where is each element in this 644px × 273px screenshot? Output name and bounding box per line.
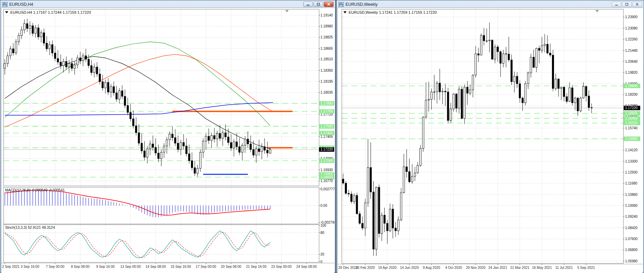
svg-text:29 Dec 2019: 29 Dec 2019 (338, 266, 358, 270)
svg-text:1.17550: 1.17550 (320, 124, 333, 128)
svg-text:1.17220: 1.17220 (625, 106, 638, 110)
svg-text:0.002777: 0.002777 (320, 187, 335, 191)
svg-text:1.11680: 1.11680 (625, 181, 637, 185)
svg-text:1.18510: 1.18510 (320, 57, 333, 61)
svg-text:24 Sep 08:00: 24 Sep 08:00 (296, 265, 317, 269)
svg-text:1.23900: 1.23900 (625, 15, 638, 19)
chart-content-weekly: 1.239001.230801.222601.214401.206401.198… (337, 8, 643, 273)
svg-text:1.18035: 1.18035 (320, 91, 333, 94)
svg-text:1.16825: 1.16825 (320, 175, 333, 179)
svg-text:20: 20 (320, 252, 325, 256)
svg-text:1.18980: 1.18980 (320, 24, 333, 28)
minimize-button[interactable] (612, 2, 621, 7)
chart-icon (338, 2, 344, 7)
svg-text:16 May 2021: 16 May 2021 (532, 266, 552, 270)
svg-text:7 Sep 00:00: 7 Sep 00:00 (46, 265, 64, 269)
restore-icon (317, 3, 320, 6)
svg-text:1.22260: 1.22260 (625, 37, 638, 41)
svg-text:9 Sep 16:00: 9 Sep 16:00 (96, 265, 115, 269)
mt4-workspace: { "app": { "left_window": { "title": "EU… (0, 0, 644, 273)
svg-text:21 Mar 2021: 21 Mar 2021 (510, 266, 530, 270)
restore-button[interactable] (314, 2, 323, 7)
svg-text:Stoch(13,3,3) 52.9121 48.3124: Stoch(13,3,3) 52.9121 48.3124 (5, 225, 55, 229)
svg-text:1.18825: 1.18825 (320, 35, 333, 39)
svg-text:17 Sep 00:00: 17 Sep 00:00 (196, 265, 216, 269)
restore-button[interactable] (622, 2, 632, 7)
chart-window-eurusd-weekly: EURUSD,Weekly 1.239001.230801.222601.214… (336, 0, 644, 273)
svg-text:1.16770: 1.16770 (320, 179, 333, 183)
svg-text:1.17220: 1.17220 (320, 147, 333, 151)
close-button[interactable] (632, 2, 642, 7)
svg-text:24 Jan 2021: 24 Jan 2021 (488, 266, 507, 270)
svg-text:15 Sep 16:00: 15 Sep 16:00 (171, 265, 191, 269)
svg-text:20 Sep 08:00: 20 Sep 08:00 (221, 265, 241, 269)
svg-text:1.18195: 1.18195 (320, 80, 333, 83)
chart-window-eurusd-h4: EURUSD,H4 1.191401.189801.188251.186651.… (0, 0, 336, 273)
svg-text:8 Sep 08:00: 8 Sep 08:00 (71, 265, 90, 269)
svg-text:4 Oct 2020: 4 Oct 2020 (445, 266, 462, 270)
minimize-button[interactable] (303, 2, 313, 7)
svg-text:1.10860: 1.10860 (625, 193, 638, 197)
svg-text:23 Sep 00:00: 23 Sep 00:00 (271, 265, 292, 269)
svg-text:1.06800: 1.06800 (625, 248, 638, 252)
svg-text:1.09240: 1.09240 (625, 215, 638, 218)
chart-icon (2, 2, 8, 7)
svg-text:0.00: 0.00 (320, 204, 327, 207)
svg-text:1.15740: 1.15740 (625, 126, 638, 130)
svg-text:1.14960: 1.14960 (625, 137, 638, 141)
svg-text:100: 100 (320, 224, 326, 227)
svg-text:1.17880: 1.17880 (320, 102, 333, 105)
svg-text:1.16930: 1.16930 (320, 168, 333, 172)
window-title-bar[interactable]: EURUSD,H4 (1, 1, 335, 8)
weekly-chart-canvas[interactable]: 1.239001.230801.222601.214401.206401.198… (338, 8, 643, 272)
chart-content-h4: 1.191401.189801.188251.186651.185101.183… (1, 8, 335, 273)
svg-text:1.16450: 1.16450 (625, 117, 638, 120)
svg-text:1.17765: 1.17765 (320, 109, 333, 113)
svg-text:29 Nov 2020: 29 Nov 2020 (466, 266, 486, 270)
chart-header: EURUSD,Weekly 1.17241 1.17259 1.17159 1.… (343, 10, 437, 14)
svg-text:19 Apr 2020: 19 Apr 2020 (378, 266, 397, 270)
svg-text:1.07600: 1.07600 (625, 237, 638, 241)
svg-text:1.17455: 1.17455 (320, 131, 333, 135)
window-title: EURUSD,Weekly (346, 2, 611, 7)
svg-text:1.14120: 1.14120 (625, 148, 638, 152)
svg-text:1.20640: 1.20640 (625, 60, 638, 63)
svg-text:2 Sep 2021: 2 Sep 2021 (2, 265, 20, 269)
svg-text:23 Feb 2020: 23 Feb 2020 (355, 266, 375, 270)
chart-header: EURUSD,H4 1.17167 1.17244 1.17159 1.1722… (5, 10, 91, 14)
svg-text:1.18840: 1.18840 (625, 84, 638, 88)
h4-chart-canvas[interactable]: 1.191401.189801.188251.186651.185101.183… (1, 8, 335, 272)
restore-icon (625, 3, 629, 6)
svg-text:80: 80 (320, 231, 325, 235)
svg-text:MACD(12,26,9) -0.000549 -0.000: MACD(12,26,9) -0.000549 -0.000541 (5, 188, 65, 192)
svg-text:11 Jul 2021: 11 Jul 2021 (555, 266, 573, 270)
svg-text:1.10060: 1.10060 (625, 204, 638, 207)
svg-text:EURUSD,Weekly 1.17241 1.1725: EURUSD,Weekly 1.17241 1.17259 1.17159 1.… (349, 10, 437, 14)
close-button[interactable] (324, 2, 334, 7)
svg-text:EURUSD,H4 1.17167 1.17244 1.: EURUSD,H4 1.17167 1.17244 1.17159 1.1722… (10, 10, 91, 14)
svg-text:1.12500: 1.12500 (625, 170, 638, 174)
svg-text:1.16825: 1.16825 (625, 111, 638, 115)
svg-text:1.19820: 1.19820 (625, 71, 638, 74)
svg-text:9 Aug 2020: 9 Aug 2020 (423, 266, 440, 270)
svg-text:3 Sep 16:00: 3 Sep 16:00 (21, 265, 39, 269)
svg-text:21 Sep 16:00: 21 Sep 16:00 (246, 265, 267, 269)
svg-text:13 Sep 00:00: 13 Sep 00:00 (120, 265, 141, 269)
svg-text:14 Sep 08:00: 14 Sep 08:00 (145, 265, 166, 269)
window-title: EURUSD,H4 (9, 2, 303, 7)
minimize-icon (306, 3, 310, 6)
svg-text:1.08420: 1.08420 (625, 226, 638, 230)
svg-text:1.18350: 1.18350 (320, 69, 333, 72)
svg-text:1.23080: 1.23080 (625, 26, 638, 30)
svg-text:14 Jun 2020: 14 Jun 2020 (400, 266, 419, 270)
svg-text:5 Sep 2021: 5 Sep 2021 (577, 266, 595, 270)
svg-text:1.05980: 1.05980 (625, 259, 638, 263)
svg-text:1.17060: 1.17060 (320, 159, 333, 163)
svg-text:1.19140: 1.19140 (320, 13, 333, 17)
svg-text:1.18200: 1.18200 (625, 93, 638, 96)
window-title-bar[interactable]: EURUSD,Weekly (337, 1, 643, 8)
svg-text:1.16115: 1.16115 (625, 121, 637, 125)
svg-text:1.18665: 1.18665 (320, 47, 333, 50)
close-icon (635, 3, 639, 6)
svg-text:1.21440: 1.21440 (625, 49, 638, 52)
